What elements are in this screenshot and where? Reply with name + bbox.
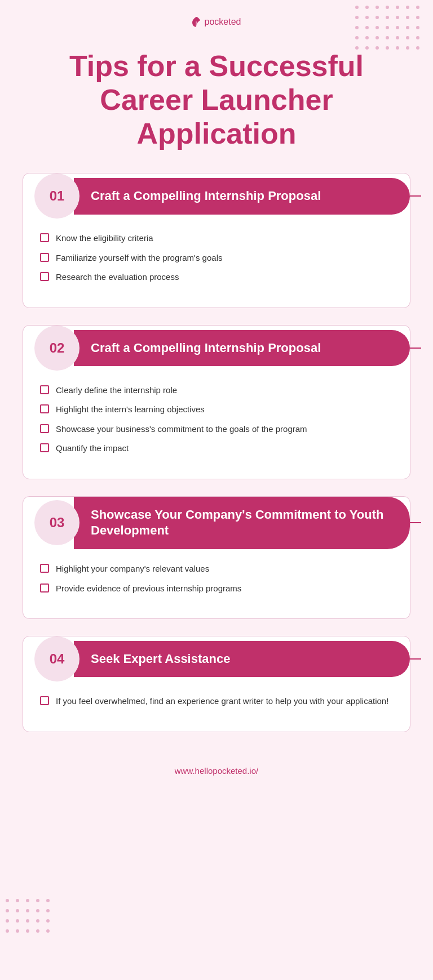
- section-title-text-01: Craft a Compelling Internship Proposal: [91, 189, 321, 203]
- checklist-item-text: Highlight the intern's learning objectiv…: [56, 403, 205, 416]
- list-item: Know the eligibility criteria: [40, 232, 393, 245]
- list-item: Showcase your business's commitment to t…: [40, 423, 393, 436]
- checklist-04: If you feel overwhelmed, find an experie…: [23, 695, 410, 708]
- checkbox-icon[interactable]: [40, 443, 49, 452]
- section-title-pill-04: Seek Expert Assistance: [74, 641, 410, 678]
- section-title-pill-02: Craft a Compelling Internship Proposal: [74, 330, 410, 367]
- checklist-item-text: Clearly define the internship role: [56, 384, 177, 397]
- main-title: Tips for a Successful Career Launcher Ap…: [23, 33, 410, 173]
- list-item: Familiarize yourself with the program's …: [40, 252, 393, 265]
- checkbox-icon[interactable]: [40, 583, 49, 593]
- checkbox-icon[interactable]: [40, 404, 49, 413]
- checklist-03: Highlight your company's relevant values…: [23, 563, 410, 595]
- checklist-item-text: Know the eligibility criteria: [56, 232, 153, 245]
- section-card-04: 04Seek Expert AssistanceIf you feel over…: [23, 636, 410, 732]
- checkbox-icon[interactable]: [40, 272, 49, 281]
- logo-text: pocketed: [205, 17, 241, 27]
- footer-url: www.hellopocketed.io/: [175, 766, 258, 776]
- section-card-02: 02Craft a Compelling Internship Proposal…: [23, 325, 410, 479]
- checkbox-icon[interactable]: [40, 233, 49, 242]
- section-number-bubble-01: 01: [34, 173, 79, 219]
- checklist-item-text: Showcase your business's commitment to t…: [56, 423, 307, 436]
- checklist-item-text: Highlight your company's relevant values: [56, 563, 209, 576]
- list-item: Highlight the intern's learning objectiv…: [40, 403, 393, 416]
- footer: www.hellopocketed.io/: [23, 749, 410, 787]
- section-title-text-02: Craft a Compelling Internship Proposal: [91, 341, 321, 355]
- checklist-item-text: Familiarize yourself with the program's …: [56, 252, 222, 265]
- checklist-02: Clearly define the internship roleHighli…: [23, 384, 410, 455]
- sections-container: 01Craft a Compelling Internship Proposal…: [23, 173, 410, 732]
- list-item: Provide evidence of previous internship …: [40, 582, 393, 595]
- section-number-text-03: 03: [50, 515, 65, 531]
- section-number-text-04: 04: [50, 651, 65, 667]
- checkbox-icon[interactable]: [40, 564, 49, 573]
- section-number-text-01: 01: [50, 188, 65, 204]
- section-title-text-03: Showcase Your Company's Commitment to Yo…: [91, 507, 383, 538]
- logo-icon: [192, 17, 200, 27]
- section-number-bubble-02: 02: [34, 326, 79, 371]
- decorative-dots-bottom-left: [6, 899, 52, 935]
- list-item: Research the evaluation process: [40, 271, 393, 284]
- page-wrapper: pocketed Tips for a Successful Career La…: [0, 0, 433, 980]
- checkbox-icon[interactable]: [40, 424, 49, 433]
- section-title-text-04: Seek Expert Assistance: [91, 652, 230, 666]
- checkbox-icon[interactable]: [40, 385, 49, 394]
- section-number-bubble-03: 03: [34, 500, 79, 545]
- checklist-item-text: Provide evidence of previous internship …: [56, 582, 241, 595]
- section-title-pill-03: Showcase Your Company's Commitment to Yo…: [74, 497, 410, 549]
- checklist-item-text: Research the evaluation process: [56, 271, 179, 284]
- list-item: Highlight your company's relevant values: [40, 563, 393, 576]
- list-item: Clearly define the internship role: [40, 384, 393, 397]
- decorative-dots-top-right: [355, 6, 422, 52]
- checklist-item-text: If you feel overwhelmed, find an experie…: [56, 695, 388, 708]
- checkbox-icon[interactable]: [40, 696, 49, 705]
- list-item: Quantify the impact: [40, 442, 393, 455]
- section-header-01: 01Craft a Compelling Internship Proposal: [23, 173, 410, 219]
- checklist-item-text: Quantify the impact: [56, 442, 129, 455]
- section-title-pill-01: Craft a Compelling Internship Proposal: [74, 178, 410, 215]
- section-card-03: 03Showcase Your Company's Commitment to …: [23, 496, 410, 619]
- checkbox-icon[interactable]: [40, 253, 49, 262]
- section-header-04: 04Seek Expert Assistance: [23, 636, 410, 681]
- section-number-bubble-04: 04: [34, 636, 79, 681]
- logo-area: pocketed: [23, 0, 410, 33]
- section-header-03: 03Showcase Your Company's Commitment to …: [23, 497, 410, 549]
- checklist-01: Know the eligibility criteriaFamiliarize…: [23, 232, 410, 284]
- section-header-02: 02Craft a Compelling Internship Proposal: [23, 326, 410, 371]
- section-card-01: 01Craft a Compelling Internship Proposal…: [23, 173, 410, 308]
- section-number-text-02: 02: [50, 340, 65, 356]
- list-item: If you feel overwhelmed, find an experie…: [40, 695, 393, 708]
